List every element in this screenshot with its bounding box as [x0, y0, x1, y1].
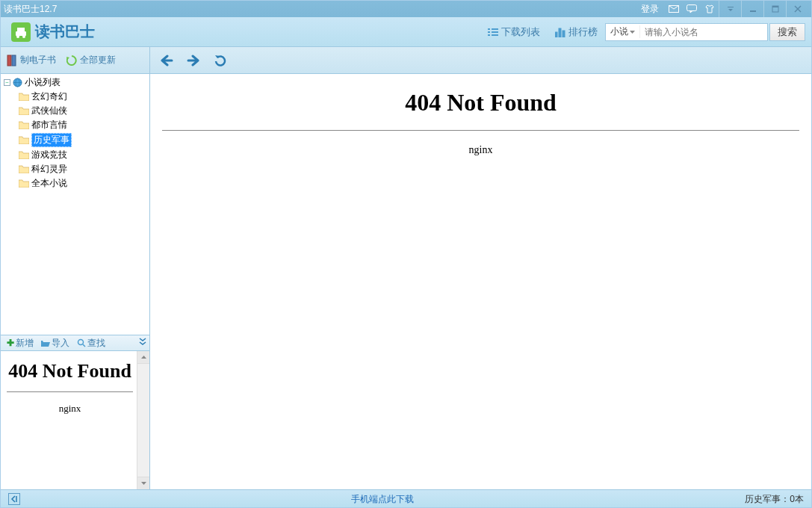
status-count: 历史军事：0本: [745, 493, 804, 506]
folder-icon: [19, 179, 29, 188]
svg-rect-1: [687, 5, 697, 11]
svg-rect-19: [559, 28, 561, 37]
tree-item-label: 玄幻奇幻: [31, 90, 67, 103]
folder-open-icon: [41, 339, 50, 347]
window-title: 读书巴士12.7: [4, 3, 635, 16]
folder-icon: [19, 136, 29, 144]
download-list-label: 下载列表: [501, 25, 540, 39]
update-all-label: 全部更新: [80, 54, 116, 66]
scroll-up-button[interactable]: [137, 351, 149, 364]
make-ebook-button[interactable]: 制电子书: [7, 54, 56, 66]
back-button[interactable]: [156, 50, 177, 71]
folder-icon: [19, 93, 29, 101]
tree-item[interactable]: 科幻灵异: [1, 162, 149, 176]
search-category-label: 小说: [610, 25, 628, 38]
sidebar: − 小说列表 玄幻奇幻武侠仙侠都市言情历史军事游戏竞技科幻灵异全本小说 ✚新增 …: [1, 74, 150, 489]
chevron-down-icon: [630, 31, 635, 34]
chat-icon[interactable]: [683, 2, 701, 16]
svg-point-10: [22, 35, 25, 38]
logo-icon: [11, 22, 31, 42]
main: − 小说列表 玄幻奇幻武侠仙侠都市言情历史军事游戏竞技科幻灵异全本小说 ✚新增 …: [1, 74, 811, 489]
header: 读书巴士 下载列表 排行榜 小说 搜索: [1, 17, 811, 47]
svg-rect-22: [12, 55, 16, 66]
maximize-button[interactable]: [763, 1, 786, 17]
scrollbar[interactable]: [137, 351, 149, 489]
search-category-dropdown[interactable]: 小说: [606, 25, 640, 38]
make-ebook-label: 制电子书: [20, 54, 56, 66]
tree-item[interactable]: 武侠仙侠: [1, 104, 149, 118]
forward-button[interactable]: [183, 50, 204, 71]
logo: 读书巴士: [11, 22, 95, 42]
ranking-label: 排行榜: [568, 25, 598, 39]
mobile-download-link[interactable]: 手机端点此下载: [351, 494, 414, 504]
tree-item-label: 全本小说: [31, 177, 67, 190]
folder-icon: [19, 107, 29, 115]
search-icon: [77, 338, 86, 347]
tree-item-label: 武侠仙侠: [31, 105, 67, 117]
tree-item-label: 游戏竞技: [31, 149, 67, 161]
content-divider: [162, 130, 799, 131]
add-button[interactable]: ✚新增: [4, 337, 37, 350]
login-link[interactable]: 登录: [635, 3, 665, 16]
search-input[interactable]: [640, 24, 767, 40]
tree-item[interactable]: 都市言情: [1, 118, 149, 132]
statusbar: 手机端点此下载 历史军事：0本: [1, 489, 811, 508]
content-server: nginx: [162, 144, 799, 156]
toolbar-left: 制电子书 全部更新: [1, 47, 150, 73]
bars-icon: [555, 27, 565, 37]
search-button[interactable]: 搜索: [769, 23, 805, 41]
svg-line-27: [83, 344, 85, 347]
tree-item-label: 历史军事: [31, 133, 72, 147]
menu-down-button[interactable]: [719, 1, 741, 17]
titlebar: 读书巴士12.7 登录: [1, 1, 811, 17]
folder-icon: [19, 151, 29, 159]
search-box: 小说: [605, 23, 768, 41]
ranking-button[interactable]: 排行榜: [548, 25, 605, 39]
svg-rect-21: [7, 55, 11, 66]
preview-divider: [7, 391, 133, 392]
scroll-down-button[interactable]: [137, 477, 149, 489]
svg-point-9: [16, 35, 19, 38]
tree-item[interactable]: 游戏竞技: [1, 148, 149, 162]
tree-root-label: 小说列表: [25, 76, 61, 89]
minimize-button[interactable]: [741, 1, 763, 17]
expand-toggle[interactable]: [139, 338, 146, 349]
find-button[interactable]: 查找: [74, 337, 108, 350]
preview-content: 404 Not Found nginx: [1, 351, 149, 415]
tree-item[interactable]: 历史军事: [1, 132, 149, 148]
preview-pane: 404 Not Found nginx: [1, 351, 149, 489]
reload-button[interactable]: [210, 50, 231, 71]
content-pane: 404 Not Found nginx: [150, 74, 811, 489]
logo-text: 读书巴士: [35, 22, 95, 42]
svg-rect-18: [555, 32, 557, 37]
preview-server: nginx: [7, 403, 133, 415]
shirt-icon[interactable]: [701, 2, 719, 16]
list-icon: [488, 28, 498, 37]
collapse-sidebar-button[interactable]: [8, 493, 20, 505]
svg-rect-11: [17, 28, 25, 32]
toolbar-right: [150, 47, 237, 73]
download-list-button[interactable]: 下载列表: [480, 25, 548, 39]
svg-rect-2: [728, 7, 734, 7]
svg-rect-20: [562, 31, 565, 37]
plus-icon: ✚: [7, 338, 14, 348]
tree-item[interactable]: 玄幻奇幻: [1, 90, 149, 104]
collapse-icon[interactable]: −: [4, 79, 10, 86]
mail-icon[interactable]: [665, 2, 683, 16]
import-button[interactable]: 导入: [38, 337, 72, 350]
toolbar: 制电子书 全部更新: [1, 47, 811, 74]
tree-item[interactable]: 全本小说: [1, 176, 149, 190]
tree-view: − 小说列表 玄幻奇幻武侠仙侠都市言情历史军事游戏竞技科幻灵异全本小说: [1, 74, 149, 335]
svg-point-26: [78, 340, 84, 345]
tree-root[interactable]: − 小说列表: [1, 75, 149, 90]
close-button[interactable]: [786, 1, 808, 17]
folder-icon: [19, 121, 29, 129]
preview-title: 404 Not Found: [7, 360, 133, 382]
update-all-button[interactable]: 全部更新: [66, 54, 116, 66]
content-title: 404 Not Found: [162, 89, 799, 117]
status-center: 手机端点此下载: [26, 493, 739, 506]
globe-icon: [13, 78, 22, 87]
folder-icon: [19, 165, 29, 173]
titlebar-right: 登录: [635, 1, 808, 17]
tree-item-label: 科幻灵异: [31, 163, 67, 176]
